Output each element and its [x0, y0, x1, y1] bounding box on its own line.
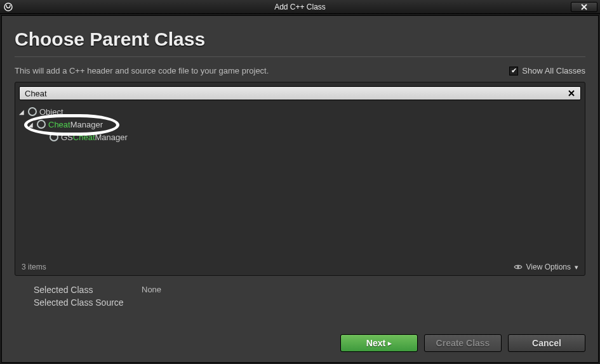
tree-row-label: GSCheatManager — [61, 133, 128, 142]
tree-row-cheatmanager[interactable]: ◢ CheatManager — [28, 118, 581, 131]
unreal-logo-icon — [3, 1, 14, 13]
close-button[interactable] — [571, 2, 597, 12]
cancel-button[interactable]: Cancel — [508, 334, 585, 352]
svg-point-0 — [4, 3, 12, 11]
class-list-panel: ◢ Object ◢ CheatManager GSCheatManager — [15, 82, 585, 276]
search-row — [19, 86, 581, 100]
window-title: Add C++ Class — [0, 3, 600, 11]
disclosure-triangle-icon[interactable]: ◢ — [28, 121, 34, 128]
class-icon — [37, 120, 46, 129]
item-count-label: 3 items — [22, 263, 46, 271]
divider — [15, 56, 585, 57]
tree-row-object[interactable]: ◢ Object — [19, 105, 581, 118]
tree-row-gscheatmanager[interactable]: GSCheatManager — [41, 131, 581, 143]
description-text: This will add a C++ header and source co… — [15, 66, 269, 75]
class-icon — [28, 107, 37, 116]
class-tree[interactable]: ◢ Object ◢ CheatManager GSCheatManager — [15, 104, 585, 259]
titlebar: Add C++ Class — [0, 0, 600, 14]
page-title: Choose Parent Class — [15, 29, 585, 50]
chevron-down-icon: ▾ — [575, 263, 578, 271]
chevron-right-icon: ▸ — [388, 339, 392, 348]
description-row: This will add a C++ header and source co… — [15, 66, 585, 75]
eye-icon — [514, 263, 523, 271]
check-icon: ✔ — [511, 67, 517, 74]
tree-row-label: CheatManager — [48, 120, 103, 129]
disclosure-triangle-icon[interactable]: ◢ — [19, 108, 25, 115]
button-row: Next ▸ Create Class Cancel — [15, 324, 585, 352]
panel-footer: 3 items View Options ▾ — [15, 259, 585, 275]
selected-class-value: None — [142, 285, 585, 295]
view-options-button[interactable]: View Options ▾ — [514, 263, 578, 271]
checkbox-box: ✔ — [509, 67, 518, 75]
create-class-button: Create Class — [424, 334, 502, 352]
search-input[interactable] — [25, 89, 566, 98]
window-body: Choose Parent Class This will add a C++ … — [1, 15, 599, 363]
selected-class-source-value — [142, 297, 585, 308]
close-icon — [568, 90, 575, 96]
class-icon — [50, 133, 58, 141]
selected-class-label: Selected Class — [34, 285, 142, 295]
next-button[interactable]: Next ▸ — [340, 334, 418, 352]
close-icon — [581, 4, 587, 10]
selected-class-source-label: Selected Class Source — [34, 297, 142, 308]
show-all-classes-label: Show All Classes — [522, 66, 585, 75]
tree-row-label: Object — [39, 107, 63, 117]
clear-search-button[interactable] — [566, 88, 577, 98]
selected-class-info: Selected Class None Selected Class Sourc… — [34, 285, 585, 308]
svg-point-1 — [517, 266, 519, 268]
show-all-classes-checkbox[interactable]: ✔ Show All Classes — [509, 66, 585, 75]
